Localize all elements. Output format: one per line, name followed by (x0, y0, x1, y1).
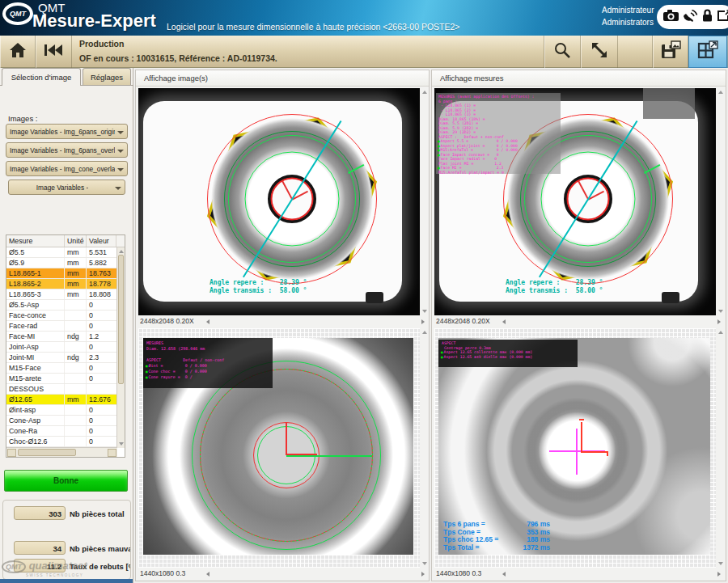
cell-mesure: Ø12.65 (6, 395, 65, 404)
scroll-right-button[interactable] (108, 449, 116, 457)
table-row[interactable]: Face-MI ndg 1.2 (6, 332, 116, 342)
table-horizontal-scrollbar[interactable] (6, 447, 117, 457)
table-row[interactable]: L18.865-2 mm 18.778 (6, 279, 116, 289)
save-image-button[interactable] (652, 36, 688, 68)
chevron-down-icon (115, 187, 121, 190)
table-row[interactable]: Ø5.9 mm 5.882 (6, 258, 116, 268)
cell-unite: mm (65, 395, 87, 404)
table-row[interactable]: M15-arete 0 (6, 374, 116, 384)
cell-mesure: Ø5.9 (6, 258, 65, 268)
angle-readout: Angle repere : 28.39 °Angle transmis : 5… (210, 279, 307, 295)
cell-unite (65, 342, 87, 352)
window-export-icon[interactable] (717, 8, 728, 26)
scroll-right-icon[interactable] (717, 319, 721, 324)
table-row[interactable]: Ø12.65 mm 12.676 (6, 395, 116, 405)
measurement-text-box: MESURESDiam. 12.658 (298.046 mmASPECT De… (143, 338, 273, 388)
table-row[interactable]: L18.865-3 mm 18.808 (6, 289, 116, 300)
table-row[interactable]: DESSOUS (6, 384, 116, 395)
production-title: Production (79, 39, 277, 49)
table-body: Ø5.5 mm 5.531 Ø5.9 mm 5.882 L18.865-1 mm… (6, 247, 116, 448)
table-vertical-scrollbar[interactable] (116, 247, 125, 448)
table-row[interactable]: Joint-Asp 0 (6, 342, 116, 353)
scroll-left-icon[interactable] (502, 319, 506, 324)
scroll-right-icon[interactable] (421, 319, 425, 324)
camera-icon[interactable] (662, 8, 679, 26)
col-header-valeur[interactable]: Valeur (87, 235, 116, 247)
cell-mesure: Joint-MI (6, 353, 65, 362)
cell-valeur: 1.2 (87, 332, 115, 341)
table-row[interactable]: Cone-Asp 0 (6, 416, 116, 426)
scroll-down-icon[interactable] (119, 442, 124, 446)
image-viewport-choc[interactable]: ASPECT Centrage perce 0.3mm■Aspect 12.65… (434, 328, 716, 568)
cell-unite: mm (65, 268, 87, 278)
overlay-text-line: M15:ArefaTol plat/impact = 0 (438, 171, 534, 175)
images-label: Images : (8, 114, 37, 123)
overlay-red-tick (607, 451, 608, 456)
table-row[interactable]: L18.865-1 mm 18.763 (6, 268, 116, 279)
viewport-vscrollbar[interactable] (421, 328, 429, 568)
lock-icon[interactable] (700, 8, 714, 26)
fullscreen-button[interactable] (581, 36, 618, 68)
scroll-up-icon[interactable] (119, 250, 124, 253)
scroll-left-icon[interactable] (206, 319, 210, 324)
tab-selection-image[interactable]: Sélection d'image (2, 68, 81, 86)
satellite-icon[interactable] (682, 8, 698, 26)
cell-valeur: 0 (87, 405, 115, 415)
cell-valeur (87, 384, 115, 394)
image-variable-dropdown[interactable]: Image Variables - Img_6pans_origine (6, 124, 128, 139)
table-row[interactable]: Face-conce 0 (6, 311, 116, 321)
scroll-left-icon[interactable] (502, 572, 506, 577)
first-record-button[interactable] (36, 36, 72, 68)
group-affichage-images: Affichage image(s) (135, 70, 430, 581)
image-viewport-6pans-overlay[interactable]: MESURES (avant application des Offsets) … (434, 88, 716, 315)
cell-valeur: 0 (87, 374, 115, 383)
image-variable-dropdown[interactable]: Image Variables - (8, 180, 125, 195)
cell-unite: mm (65, 279, 87, 289)
image-viewport-6pans-origine[interactable]: Angle repere : 28.39 °Angle transmis : 5… (138, 88, 420, 315)
home-button[interactable] (0, 36, 36, 68)
cell-valeur: 0 (87, 300, 115, 310)
scrollbar-thumb[interactable] (18, 449, 76, 456)
cell-mesure: Cone-Asp (6, 416, 65, 425)
col-header-unite[interactable]: Unité (65, 235, 87, 247)
viewport-vscrollbar[interactable] (717, 328, 725, 568)
overlay-text-line: ■Øint = 0 / 0.000 (146, 363, 273, 369)
scroll-right-icon[interactable] (717, 572, 721, 577)
table-row[interactable]: Ø5.5-Asp 0 (6, 300, 116, 311)
cell-mesure: M15-Face (6, 363, 65, 373)
cell-unite (65, 426, 87, 436)
table-row[interactable]: M15-Face 0 (6, 363, 116, 374)
image-variable-dropdown[interactable]: Image Variables - Img_cone_overlay (6, 161, 128, 176)
table-row[interactable]: Face-rad 0 (6, 321, 116, 332)
dropdown-value: Image Variables - Img_6pans_origine (10, 128, 115, 136)
cell-unite (65, 437, 87, 446)
cell-mesure: Joint-Asp (6, 342, 65, 352)
cell-mesure: Face-conce (6, 311, 65, 320)
table-row[interactable]: Joint-MI ndg 2.3 (6, 353, 116, 363)
scrollbar-thumb[interactable] (118, 255, 124, 384)
image-viewport-cone-overlay[interactable]: MESURESDiam. 12.658 (298.046 mmASPECT De… (138, 328, 420, 568)
tab-label: Réglages (91, 73, 123, 82)
choc-camera-image: ASPECT Centrage perce 0.3mm■Aspect 12.65… (438, 338, 710, 555)
watermark-logo-icon: QMT (2, 560, 26, 573)
table-row[interactable]: Øint-asp 0 (6, 405, 116, 416)
scroll-left-icon[interactable] (206, 572, 210, 577)
cell-valeur: 0 (87, 426, 115, 436)
col-header-mesure[interactable]: Mesure (6, 235, 65, 247)
layout-view-button[interactable] (688, 36, 728, 68)
scroll-right-icon[interactable] (421, 572, 425, 577)
viewport-vscrollbar[interactable] (717, 88, 725, 315)
scroll-left-button[interactable] (7, 449, 16, 457)
user-group: Administrators (602, 16, 654, 28)
image-variable-dropdown[interactable]: Image Variables - Img_6pans_overlay (6, 142, 128, 158)
cell-valeur: 12.676 (87, 395, 115, 404)
table-row[interactable]: Cone-Ra 0 (6, 426, 116, 437)
viewport-vscrollbar[interactable] (421, 88, 429, 315)
tab-reglages[interactable]: Réglages (83, 68, 131, 86)
table-row[interactable]: Ø5.5 mm 5.531 (6, 247, 116, 258)
cell-mesure: L18.865-3 (6, 289, 65, 299)
app-window: QMT QMT Mesure-Expert Logiciel pour la m… (0, 0, 728, 583)
cell-valeur: 0 (87, 342, 115, 352)
table-row[interactable]: Choc-Ø12.6 0 (6, 437, 116, 447)
search-button[interactable] (544, 36, 581, 68)
